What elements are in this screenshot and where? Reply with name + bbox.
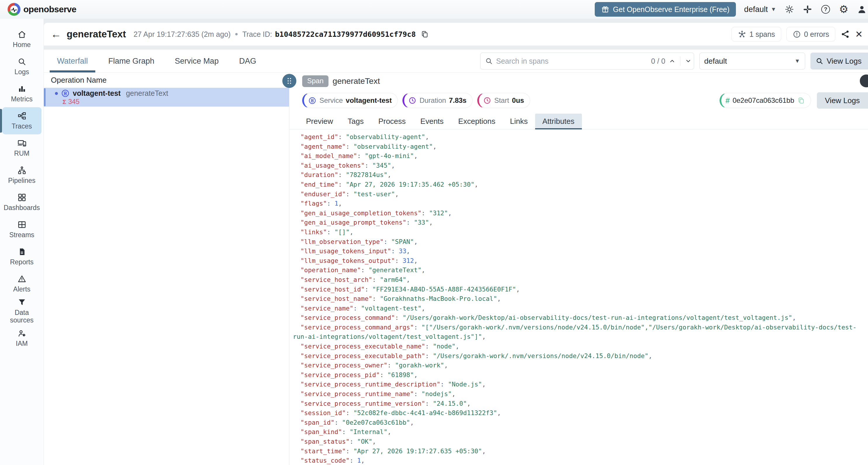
detail-tab-attributes[interactable]: Attributes	[535, 113, 582, 129]
clock-icon	[483, 96, 491, 105]
settings-gear-icon[interactable]: ⚙	[839, 4, 849, 14]
tab-waterfall[interactable]: Waterfall	[47, 49, 98, 72]
view-logs-span-label: View Logs	[825, 96, 860, 105]
detail-tab-links[interactable]: Links	[503, 113, 535, 129]
user-account-icon[interactable]	[857, 4, 867, 14]
attribute-line: "status_code": 1,	[293, 456, 859, 465]
service-badge: Service voltagent-test	[302, 93, 398, 108]
attribute-line: "span_status": "OK",	[293, 437, 859, 446]
sidebar-item-iam[interactable]: IAM	[2, 325, 41, 352]
attribute-line: "flags": 1,	[293, 199, 859, 208]
errors-count-chip[interactable]: 0 errors	[786, 27, 835, 41]
main-area: ← generateText 27 Apr 19:17:27:635 (2m a…	[44, 19, 868, 465]
service-badge-value: voltagent-test	[346, 96, 392, 105]
tab-flame-graph[interactable]: Flame Graph	[98, 49, 165, 72]
detail-tab-events[interactable]: Events	[413, 113, 451, 129]
attribute-line: "service_host_id": "FF291E34-AB4D-55A5-A…	[293, 285, 859, 294]
span-color-dot	[55, 92, 58, 95]
operation-name-header: Operation Name	[44, 73, 289, 88]
token-count: Σ 345	[63, 98, 289, 106]
duration-badge-label: Duration	[420, 96, 446, 105]
help-icon[interactable]: ?	[820, 4, 831, 14]
service-badge-label: Service	[319, 96, 343, 105]
sidebar-item-data-sources[interactable]: Data sources	[2, 297, 41, 325]
sidebar-item-alerts[interactable]: Alerts	[2, 270, 41, 297]
attribute-line: "service_process_command": "/Users/gorak…	[293, 313, 859, 323]
span-detail-name: generateText	[333, 76, 380, 86]
get-enterprise-button[interactable]: Get OpenObserve Enterprise (Free)	[595, 2, 736, 16]
spans-count-chip[interactable]: 1 spans	[732, 27, 781, 41]
sidebar-item-logs[interactable]: Logs	[2, 53, 41, 80]
copy-trace-id-icon[interactable]	[421, 30, 429, 38]
attribute-line: "service_process_runtime_version": "24.1…	[293, 399, 859, 409]
sigma-icon: Σ	[63, 98, 66, 105]
sidebar-item-label: Pipelines	[8, 177, 35, 184]
close-trace-icon[interactable]: ✕	[855, 29, 863, 40]
chevron-down-icon: ▼	[771, 6, 776, 12]
detail-tab-process[interactable]: Process	[371, 113, 413, 129]
view-logs-button[interactable]: View Logs	[810, 53, 868, 69]
share-icon[interactable]	[840, 30, 850, 39]
attribute-line: "start_time": "Apr 27, 2026 19:17:27.635…	[293, 446, 859, 456]
alerts-icon	[18, 274, 26, 283]
search-in-spans-input[interactable]	[496, 57, 648, 65]
chevron-up-icon[interactable]	[669, 58, 675, 64]
attribute-line: "service_host_name": "Gorakhnaths-MacBoo…	[293, 294, 859, 304]
attribute-line: "ai_usage_tokens": "345",	[293, 161, 859, 171]
theme-toggle-icon[interactable]	[784, 4, 794, 14]
sidebar-item-label: Dashboards	[3, 204, 40, 211]
sidebar-item-rum[interactable]: RUM	[2, 134, 41, 162]
back-arrow-icon[interactable]: ←	[51, 29, 61, 39]
detail-tab-preview[interactable]: Preview	[299, 113, 340, 129]
sidebar-item-pipelines[interactable]: Pipelines	[2, 162, 41, 189]
organization-selector-value: default	[744, 5, 768, 14]
sidebar-item-label: Reports	[10, 258, 34, 266]
panel-drag-handle-icon[interactable]	[282, 74, 296, 88]
trace-timestamp: 27 Apr 19:17:27:635 (2m ago)	[133, 30, 230, 39]
span-row-selected[interactable]: voltagent-test generateText Σ 345	[44, 88, 289, 107]
stream-selector[interactable]: default ▼	[700, 53, 805, 69]
get-enterprise-label: Get OpenObserve Enterprise (Free)	[613, 5, 730, 14]
attribute-line: "links": "[]",	[293, 228, 859, 237]
trace-header: ← generateText 27 Apr 19:17:27:635 (2m a…	[44, 23, 868, 45]
tab-dag[interactable]: DAG	[229, 49, 267, 72]
reports-icon	[18, 247, 26, 256]
tab-service-map[interactable]: Service Map	[164, 49, 229, 72]
hash-icon: #	[725, 96, 730, 105]
sidebar-item-metrics[interactable]: Metrics	[2, 80, 41, 107]
span-id-value: 0e2e07ca063c61bb	[733, 96, 794, 105]
detail-tab-exceptions[interactable]: Exceptions	[451, 113, 503, 129]
chevron-down-icon[interactable]	[685, 58, 691, 64]
trace-id-value: b10485722ca711379977d60951cf79c8	[275, 30, 416, 39]
sidebar-item-home[interactable]: Home	[2, 26, 41, 53]
attribute-line: "service_name": "voltagent-test",	[293, 304, 859, 313]
rum-icon	[18, 139, 26, 147]
attribute-line: "gen_ai_usage_prompt_tokens": "33",	[293, 218, 859, 228]
attribute-line: "agent_id": "observability-agent",	[293, 132, 859, 142]
openobserve-logo-icon	[8, 3, 21, 16]
detail-tab-tags[interactable]: Tags	[340, 113, 371, 129]
attribute-line: "operation_name": "generateText",	[293, 266, 859, 275]
sidebar-item-dashboards[interactable]: Dashboards	[2, 189, 41, 216]
attribute-line: "service_process_pid": "61898",	[293, 370, 859, 380]
sidebar-item-streams[interactable]: Streams	[2, 216, 41, 243]
sidebar-item-traces[interactable]: Traces	[2, 107, 41, 134]
attribute-line: "gen_ai_usage_completion_tokens": "312",	[293, 208, 859, 218]
home-icon	[18, 30, 26, 39]
sidebar-item-label: Logs	[14, 68, 29, 76]
clock-icon	[408, 96, 416, 105]
start-badge-value: 0us	[512, 96, 524, 105]
span-badges-row: Service voltagent-test Duration 7.83s St…	[289, 91, 868, 110]
attribute-line: "service_process_executable_path": "/Use…	[293, 352, 859, 361]
gift-icon	[601, 5, 609, 13]
slack-icon[interactable]	[803, 4, 812, 14]
waterfall-scrollbar[interactable]	[44, 88, 45, 106]
close-details-icon[interactable]	[860, 74, 868, 87]
attribute-line: "service_process_executable_name": "node…	[293, 342, 859, 352]
copy-span-id-icon[interactable]	[797, 97, 805, 104]
organization-selector[interactable]: default ▼	[744, 5, 776, 14]
attribute-line: "service_process_runtime_name": "nodejs"…	[293, 389, 859, 399]
view-logs-span-button[interactable]: View Logs	[817, 92, 868, 109]
streams-icon	[18, 220, 26, 229]
sidebar-item-reports[interactable]: Reports	[2, 243, 41, 270]
